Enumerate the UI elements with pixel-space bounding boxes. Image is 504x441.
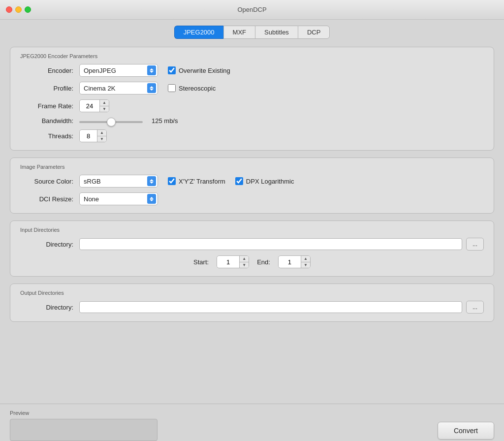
end-spinbox: ▲ ▼ xyxy=(278,255,311,268)
end-spinbox-buttons: ▲ ▼ xyxy=(301,256,310,268)
bandwidth-value: 125 mb/s xyxy=(152,117,178,125)
input-directory-label: Directory: xyxy=(20,241,79,248)
profile-label: Profile: xyxy=(20,85,79,92)
start-end-row: Start: ▲ ▼ End: ▲ ▼ xyxy=(20,255,484,268)
encoder-select[interactable]: OpenJPEG Kakadu xyxy=(79,64,158,77)
output-dirs-panel: Output Directories Directory: ... xyxy=(10,284,494,322)
input-browse-button[interactable]: ... xyxy=(466,238,484,251)
input-dirs-title: Input Directories xyxy=(20,227,484,233)
jpeg2000-panel: JPEG2000 Encoder Parameters Encoder: Ope… xyxy=(10,47,494,151)
bottom-bar: Preview Convert xyxy=(0,404,504,441)
minimize-button[interactable] xyxy=(15,6,22,13)
profile-row: Profile: Cinema 2K Cinema 4K Cinema 2K 3… xyxy=(20,82,484,94)
source-color-select[interactable]: sRGB XYZ Adobe RGB P3 xyxy=(79,175,158,188)
start-label: Start: xyxy=(193,258,209,266)
tab-jpeg2000[interactable]: JPEG2000 xyxy=(174,26,223,39)
start-input[interactable] xyxy=(217,257,239,267)
preview-label: Preview xyxy=(10,410,158,416)
window-title: OpenDCP xyxy=(237,6,266,13)
dci-resize-label: DCI Resize: xyxy=(20,195,79,203)
dpx-log-checkbox[interactable] xyxy=(235,177,243,185)
encoder-select-wrapper: OpenJPEG Kakadu xyxy=(79,64,158,77)
convert-button[interactable]: Convert xyxy=(438,422,494,440)
main-content: JPEG2000 MXF Subtitles DCP JPEG2000 Enco… xyxy=(0,20,504,339)
start-spinbox-buttons: ▲ ▼ xyxy=(239,256,249,268)
xyz-transform-label: X'Y'Z' Transform xyxy=(179,178,225,185)
titlebar: OpenDCP xyxy=(0,0,504,20)
threads-spinbox: ▲ ▼ xyxy=(79,129,107,142)
input-directory-row: Directory: ... xyxy=(20,238,484,251)
bandwidth-label: Bandwidth: xyxy=(20,117,79,125)
tab-subtitles[interactable]: Subtitles xyxy=(255,26,298,39)
threads-row: Threads: ▲ ▼ xyxy=(20,129,484,142)
end-decrement-button[interactable]: ▼ xyxy=(301,262,310,268)
overwrite-checkbox[interactable] xyxy=(168,66,176,74)
image-params-title: Image Parameters xyxy=(20,164,484,170)
overwrite-label: Overwrite Existing xyxy=(179,67,230,74)
preview-area xyxy=(10,419,158,441)
framerate-row: Frame Rate: ▲ ▼ xyxy=(20,99,484,112)
bandwidth-slider-container xyxy=(79,117,143,125)
framerate-input[interactable] xyxy=(80,101,99,111)
stereoscopic-checkbox[interactable] xyxy=(168,84,176,92)
source-color-label: Source Color: xyxy=(20,178,79,185)
source-color-select-wrapper: sRGB XYZ Adobe RGB P3 xyxy=(79,175,158,188)
profile-select[interactable]: Cinema 2K Cinema 4K Cinema 2K 3D Cinema … xyxy=(79,82,158,94)
xyz-transform-group[interactable]: X'Y'Z' Transform xyxy=(168,177,225,185)
framerate-increment-button[interactable]: ▲ xyxy=(100,100,109,106)
output-browse-button[interactable]: ... xyxy=(466,301,484,314)
encoder-label: Encoder: xyxy=(20,67,79,74)
stereoscopic-checkbox-group[interactable]: Stereoscopic xyxy=(168,84,216,92)
dci-resize-select-wrapper: None 2048x1080 2048x858 4096x2160 xyxy=(79,192,158,205)
jpeg2000-section-title: JPEG2000 Encoder Parameters xyxy=(20,53,484,59)
image-params-panel: Image Parameters Source Color: sRGB XYZ … xyxy=(10,158,494,214)
framerate-spinbox-buttons: ▲ ▼ xyxy=(99,100,109,112)
overwrite-checkbox-group[interactable]: Overwrite Existing xyxy=(168,66,230,74)
dci-resize-select[interactable]: None 2048x1080 2048x858 4096x2160 xyxy=(79,192,158,205)
output-dirs-title: Output Directories xyxy=(20,290,484,296)
framerate-decrement-button[interactable]: ▼ xyxy=(100,106,109,112)
output-directory-row: Directory: ... xyxy=(20,301,484,314)
traffic-lights xyxy=(6,6,31,13)
maximize-button[interactable] xyxy=(25,6,31,13)
input-directory-input[interactable] xyxy=(79,238,462,250)
start-decrement-button[interactable]: ▼ xyxy=(240,262,249,268)
end-label: End: xyxy=(257,258,270,266)
input-dirs-panel: Input Directories Directory: ... Start: … xyxy=(10,220,494,277)
threads-input[interactable] xyxy=(80,131,97,141)
source-color-row: Source Color: sRGB XYZ Adobe RGB P3 X'Y'… xyxy=(20,175,484,188)
bandwidth-slider[interactable] xyxy=(79,121,143,123)
bandwidth-controls: 125 mb/s xyxy=(79,117,178,125)
end-input[interactable] xyxy=(279,257,301,267)
start-increment-button[interactable]: ▲ xyxy=(240,256,249,262)
dpx-log-label: DPX Logarithmic xyxy=(246,178,294,185)
tab-mxf[interactable]: MXF xyxy=(223,26,255,39)
tabs-bar: JPEG2000 MXF Subtitles DCP xyxy=(10,26,494,39)
threads-decrement-button[interactable]: ▼ xyxy=(97,136,106,142)
stereoscopic-label: Stereoscopic xyxy=(179,85,216,92)
preview-section: Preview xyxy=(10,410,158,441)
framerate-spinbox: ▲ ▼ xyxy=(79,99,109,112)
start-spinbox: ▲ ▼ xyxy=(217,255,249,268)
output-directory-input[interactable] xyxy=(79,301,462,313)
profile-select-wrapper: Cinema 2K Cinema 4K Cinema 2K 3D Cinema … xyxy=(79,82,158,94)
framerate-label: Frame Rate: xyxy=(20,102,79,110)
encoder-row: Encoder: OpenJPEG Kakadu Overwrite Exist… xyxy=(20,64,484,77)
dpx-log-group[interactable]: DPX Logarithmic xyxy=(235,177,294,185)
output-directory-controls: ... xyxy=(79,301,484,314)
input-directory-controls: ... xyxy=(79,238,484,251)
tab-dcp[interactable]: DCP xyxy=(298,26,330,39)
xyz-transform-checkbox[interactable] xyxy=(168,177,176,185)
threads-increment-button[interactable]: ▲ xyxy=(97,130,106,136)
output-directory-label: Directory: xyxy=(20,304,79,311)
end-increment-button[interactable]: ▲ xyxy=(301,256,310,262)
dci-resize-row: DCI Resize: None 2048x1080 2048x858 4096… xyxy=(20,192,484,205)
threads-spinbox-buttons: ▲ ▼ xyxy=(97,130,106,142)
bandwidth-row: Bandwidth: 125 mb/s xyxy=(20,117,484,125)
threads-label: Threads: xyxy=(20,132,79,140)
close-button[interactable] xyxy=(6,6,12,13)
